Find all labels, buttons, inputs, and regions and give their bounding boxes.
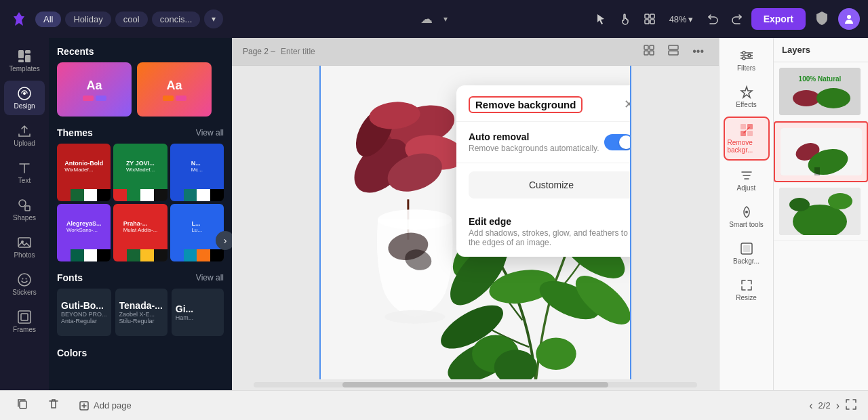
prev-page-button[interactable]: ‹ xyxy=(809,400,812,412)
right-tool-filters[interactable]: Filters xyxy=(724,43,770,77)
right-tool-effects-label: Effects xyxy=(736,101,756,108)
page-title-input[interactable] xyxy=(281,47,382,56)
page-tab-more-btn[interactable]: ••• xyxy=(688,43,708,60)
page-tab-grid-btn[interactable] xyxy=(639,43,658,60)
cursor-tool[interactable] xyxy=(591,9,611,29)
theme-card-6[interactable]: L...Lu... xyxy=(170,204,224,261)
add-page-button[interactable]: Add page xyxy=(73,398,137,414)
svg-point-16 xyxy=(22,278,24,280)
sidebar-item-frames[interactable]: Frames xyxy=(4,304,45,339)
font-card-3-sub1: Ham... xyxy=(176,314,220,321)
copy-button[interactable] xyxy=(11,395,34,416)
fonts-section: Fonts View all Guti-Bo... BEYOND PRO... … xyxy=(57,272,224,336)
hand-tool[interactable] xyxy=(615,9,635,29)
page-label: Page 2 – xyxy=(243,47,275,56)
sidebar-item-templates[interactable]: Templates xyxy=(4,43,45,78)
fonts-grid: Guti-Bo... BEYOND PRO... Anta-Regular Te… xyxy=(57,289,224,336)
theme-card-5-top: Praha-...Mulat Addis-... xyxy=(113,204,167,249)
theme-card-1[interactable]: Antonio-BoldWixMadef... xyxy=(57,144,111,201)
recent-card-2[interactable]: Aa xyxy=(137,62,212,117)
export-button[interactable]: Export xyxy=(751,8,806,30)
font-card-1[interactable]: Guti-Bo... BEYOND PRO... Anta-Regular xyxy=(57,289,111,336)
theme-card-4[interactable]: AlegreyaS...WorkSans-... xyxy=(57,204,111,261)
bottom-bar: Add page ‹ 2/2 › xyxy=(0,390,868,420)
tag-filter-group: All Holiday cool concis... ▾ xyxy=(35,9,585,28)
page-tab-tools: ••• xyxy=(639,43,708,60)
svg-point-80 xyxy=(789,198,810,211)
canvas-wrapper[interactable]: 100% Natural Remove background ✕ Auto re… xyxy=(232,66,719,379)
layer-thumb-1: 100% Natural xyxy=(779,68,861,115)
right-tool-effects[interactable]: Effects xyxy=(724,80,770,114)
popup-container: Remove background ✕ Auto removal Remove … xyxy=(456,85,631,257)
theme-card-3-colors xyxy=(170,189,224,201)
layout-tool[interactable] xyxy=(639,9,660,29)
theme-card-1-top: Antonio-BoldWixMadef... xyxy=(57,144,111,189)
popup-auto-removal-desc: Remove backgrounds automatically. xyxy=(469,144,599,153)
theme-card-2[interactable]: ZY JOVI...WixMadef... xyxy=(113,144,167,201)
canvas-frame[interactable]: 100% Natural Remove background ✕ Auto re… xyxy=(319,66,631,379)
sidebar-item-shapes-label: Shapes xyxy=(13,214,36,222)
right-tool-remove-bg[interactable]: Remove backgr... xyxy=(724,117,770,161)
svg-rect-69 xyxy=(743,245,750,252)
popup-edit-edge-section[interactable]: Edit edge Add shadows, strokes, glow, an… xyxy=(456,207,631,257)
sidebar-item-design[interactable]: Design xyxy=(4,81,45,115)
layers-panel: Layers 100% Natural xyxy=(773,38,868,390)
font-card-3-name: Gi... xyxy=(176,303,220,314)
sidebar-item-text[interactable]: Text xyxy=(4,155,45,190)
page-tab-layout-btn[interactable] xyxy=(664,43,683,60)
font-card-3[interactable]: Gi... Ham... xyxy=(172,289,224,336)
canvas-scrollbar[interactable] xyxy=(254,382,697,387)
popup-auto-removal-title: Auto removal xyxy=(469,131,599,142)
sidebar-item-photos[interactable]: Photos xyxy=(4,230,45,264)
fit-button[interactable] xyxy=(845,398,857,413)
right-tool-adjust[interactable]: Adjust xyxy=(724,163,770,197)
recent-card-1[interactable]: Aa xyxy=(57,62,132,117)
frames-icon xyxy=(17,310,32,324)
next-page-button[interactable]: › xyxy=(836,400,840,412)
layer-item-1[interactable]: 100% Natural xyxy=(774,62,868,121)
theme-card-3[interactable]: N...Mc... xyxy=(170,144,224,201)
right-tool-background[interactable]: Backgr... xyxy=(724,236,770,270)
toggle-knob xyxy=(619,135,631,149)
themes-view-all[interactable]: View all xyxy=(196,128,224,138)
sidebar-item-shapes[interactable]: Shapes xyxy=(4,192,45,227)
right-tool-remove-bg-label: Remove backgr... xyxy=(728,139,766,154)
svg-point-72 xyxy=(793,90,820,106)
layer-item-3[interactable] xyxy=(774,182,868,241)
svg-point-81 xyxy=(828,193,852,209)
auto-removal-toggle[interactable] xyxy=(604,134,631,150)
zoom-control[interactable]: 48% ▾ xyxy=(664,12,698,27)
doc-title-chevron[interactable]: ▾ xyxy=(443,14,448,24)
tag-all[interactable]: All xyxy=(35,12,61,27)
remove-bg-popup: Remove background ✕ Auto removal Remove … xyxy=(456,85,631,257)
avatar[interactable] xyxy=(838,8,860,30)
undo-button[interactable] xyxy=(703,9,723,29)
popup-edit-chevron: › xyxy=(631,226,631,238)
font-card-2[interactable]: Tenada-... Zaobel X-E... Stilu-Regular xyxy=(115,289,167,336)
sidebar-item-upload[interactable]: Upload xyxy=(4,118,45,152)
svg-point-50 xyxy=(536,337,576,370)
delete-button[interactable] xyxy=(42,395,65,416)
recents-header: Recents xyxy=(57,46,224,57)
right-tool-smart[interactable]: Smart tools xyxy=(724,200,770,234)
svg-point-67 xyxy=(745,211,748,213)
popup-close-button[interactable]: ✕ xyxy=(624,98,631,110)
app-logo[interactable] xyxy=(8,8,30,30)
svg-rect-19 xyxy=(21,314,28,320)
tag-expand-button[interactable]: ▾ xyxy=(204,9,223,28)
fonts-view-all[interactable]: View all xyxy=(196,273,224,282)
sidebar-item-stickers[interactable]: Stickers xyxy=(4,267,45,301)
theme-card-5[interactable]: Praha-...Mulat Addis-... xyxy=(113,204,167,261)
tag-concise[interactable]: concis... xyxy=(152,12,201,27)
shield-button[interactable] xyxy=(810,6,834,33)
tag-holiday[interactable]: Holiday xyxy=(65,12,111,27)
right-tool-resize[interactable]: Resize xyxy=(724,273,770,307)
tag-cool[interactable]: cool xyxy=(115,12,148,27)
font-card-1-name: Guti-Bo... xyxy=(61,300,107,311)
popup-title: Remove background xyxy=(469,96,583,113)
popup-customize-button[interactable]: Customize xyxy=(469,171,631,198)
layer-item-2[interactable] xyxy=(774,121,868,182)
sidebar-item-photos-label: Photos xyxy=(14,251,35,259)
themes-next-arrow[interactable]: › xyxy=(216,231,232,250)
redo-button[interactable] xyxy=(727,9,747,29)
